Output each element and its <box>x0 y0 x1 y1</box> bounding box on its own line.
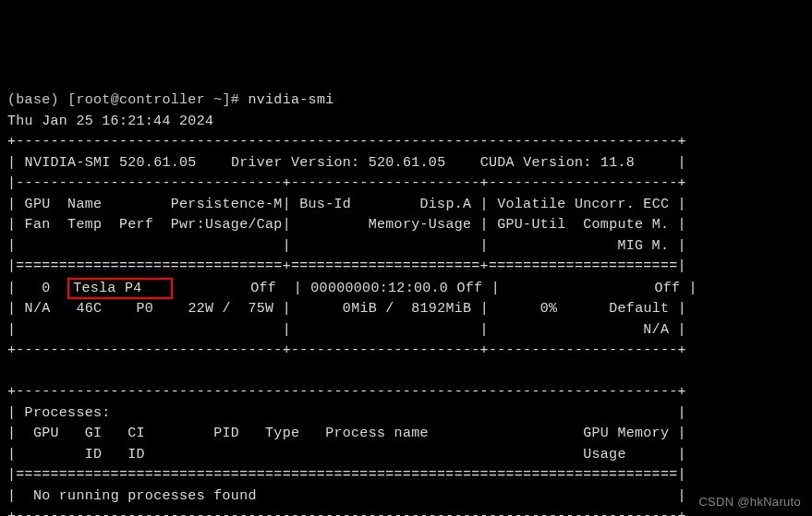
gpu-util: 0% <box>540 301 558 317</box>
gpu-bus-id: 00000000:12:00.0 <box>310 281 448 296</box>
col-header: Memory-Usage <box>291 217 471 233</box>
cuda-version: 11.8 <box>600 155 635 171</box>
gpu-mem-total: 8192MiB <box>411 301 471 317</box>
gpu-disp-a: Off <box>456 281 482 296</box>
gpu-pwr-usage: 22W <box>188 301 213 317</box>
watermark: CSDN @hkNaruto <box>698 493 801 511</box>
user-host: [root@controller ~]# <box>67 92 239 108</box>
driver-version: 520.61.05 <box>369 155 446 171</box>
processes-header1: GPU GI CI PID Type Process name GPU Memo… <box>16 426 669 441</box>
processes-header2: ID ID Usage <box>16 447 669 462</box>
terminal-output: (base) [root@controller ~]# nvidia-smi T… <box>7 90 805 516</box>
gpu-persistence: Off <box>250 281 276 296</box>
gpu-compute-m: Default <box>609 301 669 317</box>
processes-title: Processes: <box>25 405 111 421</box>
col-header: GPU Name Persistence-M <box>25 197 283 212</box>
gpu-perf: P0 <box>137 301 154 317</box>
gpu-id: 0 <box>42 281 50 296</box>
col-header: Fan Temp Perf Pwr:Usage/Cap <box>25 217 283 233</box>
gpu-fan: N/A <box>25 301 51 317</box>
col-header: GPU-Util Compute M. <box>497 217 669 233</box>
timestamp: Thu Jan 25 16:21:44 2024 <box>7 114 213 129</box>
gpu-name: Tesla P4 <box>73 281 141 296</box>
col-header: Bus-Id Disp.A <box>299 197 471 212</box>
driver-label: Driver Version: <box>231 155 360 171</box>
gpu-pwr-cap: 75W <box>248 301 274 317</box>
col-header: MIG M. <box>617 238 669 254</box>
col-header: Volatile Uncorr. ECC <box>497 197 669 212</box>
gpu-ecc: Off <box>654 281 680 296</box>
smi-label: NVIDIA-SMI <box>25 155 111 171</box>
no-processes: No running processes found <box>16 488 256 504</box>
cuda-label: CUDA Version: <box>480 155 592 171</box>
gpu-temp: 46C <box>76 301 102 317</box>
gpu-name-highlight: Tesla P4 <box>67 278 173 300</box>
smi-version: 520.61.05 <box>119 155 197 171</box>
env-prefix: (base) <box>7 92 59 108</box>
gpu-mem-used: 0MiB <box>343 301 377 317</box>
command: nvidia-smi <box>248 92 333 108</box>
gpu-mig-m: N/A <box>643 322 669 338</box>
